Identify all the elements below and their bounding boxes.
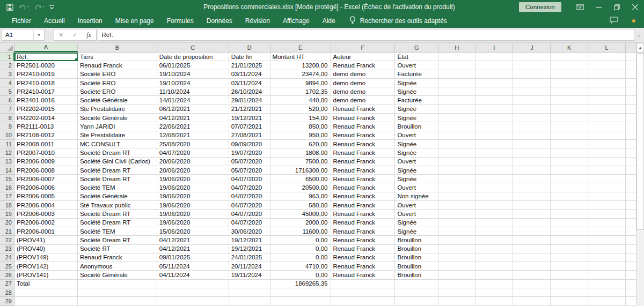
cell-H1[interactable]: [438, 53, 475, 61]
cell-E29[interactable]: [270, 297, 331, 305]
cell-H13[interactable]: [438, 158, 475, 166]
cell-F13[interactable]: Renaud Franck: [331, 158, 396, 166]
cell-E5[interactable]: 1702,35: [270, 87, 331, 96]
cell-I11[interactable]: [475, 140, 513, 148]
cell-I5[interactable]: [475, 87, 513, 96]
cell-J29[interactable]: [513, 297, 551, 305]
cell-F3[interactable]: demo demo: [331, 70, 396, 79]
cell-J3[interactable]: [513, 70, 551, 79]
cell-C19[interactable]: 19/06/2020: [157, 210, 229, 218]
cell-I25[interactable]: [475, 262, 513, 271]
cell-D4[interactable]: 03/11/2024: [229, 79, 270, 87]
col-header-D[interactable]: D: [229, 43, 270, 52]
cell-I27[interactable]: [475, 280, 513, 288]
cell-K5[interactable]: [551, 87, 588, 96]
cell-I21[interactable]: [475, 227, 513, 236]
cell-F23[interactable]: Renaud Franck: [331, 245, 396, 253]
cell-B23[interactable]: Société RT: [78, 245, 157, 253]
cell-A16[interactable]: PR2006-0006: [14, 183, 78, 192]
cell-D8[interactable]: 19/12/2021: [229, 114, 270, 122]
cell-D3[interactable]: 03/11/2024: [229, 70, 270, 79]
cell-E7[interactable]: 520,00: [270, 105, 331, 114]
cell-J20[interactable]: [513, 219, 551, 227]
cell-H17[interactable]: [438, 192, 475, 201]
cell-E24[interactable]: 0,00: [270, 253, 331, 262]
row-header-5[interactable]: 5: [0, 87, 14, 96]
cell-C8[interactable]: 04/12/2021: [157, 114, 229, 122]
row-header-24[interactable]: 24: [0, 253, 14, 262]
cell-L4[interactable]: [588, 79, 626, 87]
cell-B1[interactable]: Tiers: [78, 53, 157, 61]
cell-B20[interactable]: Société Dream RT: [78, 219, 157, 227]
cell-E15[interactable]: 6500,00: [270, 175, 331, 183]
cell-D14[interactable]: 05/07/2020: [229, 166, 270, 175]
cell-G24[interactable]: Brouillon: [395, 253, 438, 262]
row-header-1[interactable]: 1: [0, 53, 14, 61]
cell-E1[interactable]: Montant HT: [270, 53, 331, 61]
cell-E3[interactable]: 23474,00: [270, 70, 331, 79]
cell-A19[interactable]: PR2006-0003: [14, 210, 78, 218]
row-header-26[interactable]: 26: [0, 271, 14, 279]
row-header-14[interactable]: 14: [0, 166, 14, 175]
cell-F5[interactable]: demo demo: [331, 87, 396, 96]
cell-A27[interactable]: Total: [14, 280, 78, 288]
cell-C24[interactable]: 09/01/2025: [157, 253, 229, 262]
cell-D26[interactable]: 19/11/2024: [229, 271, 270, 279]
comments-icon[interactable]: [610, 16, 618, 26]
cell-H10[interactable]: [438, 131, 475, 140]
cell-C6[interactable]: 14/01/2024: [157, 96, 229, 105]
cell-E25[interactable]: 4710,00: [270, 262, 331, 271]
cell-L13[interactable]: [588, 158, 626, 166]
cell-D18[interactable]: 04/07/2020: [229, 201, 270, 210]
cell-I7[interactable]: [475, 105, 513, 114]
row-header-2[interactable]: 2: [0, 61, 14, 70]
cell-K27[interactable]: [551, 280, 588, 288]
cell-G22[interactable]: Brouillon: [395, 236, 438, 244]
cell-C25[interactable]: 05/11/2024: [157, 262, 229, 271]
cell-C7[interactable]: 06/12/2021: [157, 105, 229, 114]
cell-F10[interactable]: Renaud Franck: [331, 131, 396, 140]
cell-H15[interactable]: [438, 175, 475, 183]
cell-J22[interactable]: [513, 236, 551, 244]
cell-H24[interactable]: [438, 253, 475, 262]
cell-J21[interactable]: [513, 227, 551, 236]
cell-B4[interactable]: Société ERO: [78, 79, 157, 87]
cell-K14[interactable]: [551, 166, 588, 175]
row-header-15[interactable]: 15: [0, 175, 14, 183]
cell-I1[interactable]: [475, 53, 513, 61]
cell-G1[interactable]: État: [395, 53, 438, 61]
cell-J11[interactable]: [513, 140, 551, 148]
expand-formula-bar-icon[interactable]: ⌄: [634, 32, 644, 38]
cell-I16[interactable]: [475, 183, 513, 192]
cell-I14[interactable]: [475, 166, 513, 175]
cell-I9[interactable]: [475, 122, 513, 131]
cell-G14[interactable]: Signée: [395, 166, 438, 175]
cell-K2[interactable]: [551, 61, 588, 70]
cell-A23[interactable]: (PROV40): [14, 245, 78, 253]
cell-J19[interactable]: [513, 210, 551, 218]
cell-K4[interactable]: [551, 79, 588, 87]
cell-K15[interactable]: [551, 175, 588, 183]
cell-K26[interactable]: [551, 271, 588, 279]
cell-E28[interactable]: [270, 288, 331, 297]
cell-I10[interactable]: [475, 131, 513, 140]
ribbon-tab-accueil[interactable]: Accueil: [38, 14, 71, 28]
cell-A10[interactable]: PR2108-0012: [14, 131, 78, 140]
cell-L27[interactable]: [588, 280, 626, 288]
cell-D20[interactable]: 04/07/2020: [229, 219, 270, 227]
cell-K7[interactable]: [551, 105, 588, 114]
cell-G16[interactable]: Ouvert: [395, 183, 438, 192]
tell-me-search[interactable]: Rechercher des outils adaptés: [349, 16, 447, 26]
cell-G21[interactable]: Signée: [395, 227, 438, 236]
cell-H7[interactable]: [438, 105, 475, 114]
cell-C21[interactable]: 15/06/2020: [157, 227, 229, 236]
cell-G9[interactable]: Brouillon: [395, 122, 438, 131]
cell-I12[interactable]: [475, 148, 513, 157]
cell-L6[interactable]: [588, 96, 626, 105]
cell-H5[interactable]: [438, 87, 475, 96]
cell-A2[interactable]: PR2501-0020: [14, 61, 78, 70]
cell-A21[interactable]: PR2006-0001: [14, 227, 78, 236]
row-header-16[interactable]: 16: [0, 183, 14, 192]
cell-H21[interactable]: [438, 227, 475, 236]
cell-D16[interactable]: 04/07/2020: [229, 183, 270, 192]
